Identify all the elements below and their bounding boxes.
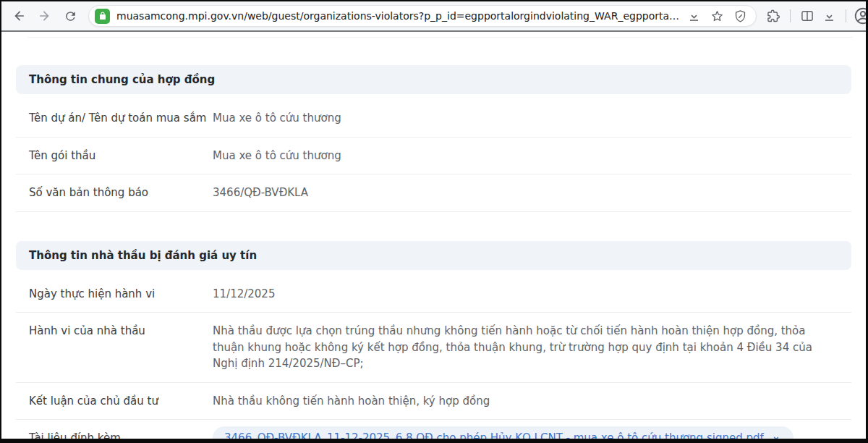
toolbar-separator (846, 9, 846, 22)
table-row: Số văn bản thông báo 3466/QĐ-BVĐKLA (16, 174, 851, 212)
row-label: Tên gói thầu (29, 148, 213, 164)
row-value: 3466/QĐ-BVĐKLA (213, 185, 308, 201)
bookmark-star-icon[interactable] (707, 6, 727, 26)
page-content: Thông tin chung của hợp đồng Tên dự án/ … (1, 32, 866, 437)
url-bar[interactable]: muasamcong.mpi.gov.vn/web/guest/organiza… (88, 5, 757, 27)
table-row: Tài liệu đính kèm 3466_QĐ-BVĐKLA_11-12-2… (16, 420, 851, 443)
profile-icon[interactable] (854, 7, 866, 25)
side-panel-icon[interactable] (796, 5, 818, 27)
table-row: Kết luận của chủ đầu tư Nhà thầu không t… (16, 383, 851, 421)
section-header-contractor-evaluation: Thông tin nhà thầu bị đánh giá uy tín (16, 241, 851, 270)
attachment-filename[interactable]: 3466_QĐ-BVĐKLA_11-12-2025_6.8 QĐ cho phé… (224, 430, 764, 443)
forward-icon[interactable] (33, 5, 55, 27)
toolbar-separator (790, 9, 791, 22)
browser-toolbar: muasamcong.mpi.gov.vn/web/guest/organiza… (1, 1, 866, 32)
section-header-contract-info: Thông tin chung của hợp đồng (16, 65, 851, 94)
downloads-icon[interactable] (818, 5, 840, 27)
table-row: Tên gói thầu Mua xe ô tô cứu thương (16, 138, 851, 175)
row-label: Số văn bản thông báo (29, 185, 213, 201)
row-label: Kết luận của chủ đầu tư (29, 393, 213, 410)
table-row: Tên dự án/ Tên dự toán mua sắm Mua xe ô … (16, 100, 851, 138)
site-security-lock-icon[interactable] (95, 9, 110, 24)
table-row: Ngày thực hiện hành vi 11/12/2025 (16, 276, 851, 313)
attachment-link[interactable]: 3466_QĐ-BVĐKLA_11-12-2025_6.8 QĐ cho phé… (213, 426, 793, 443)
shield-icon[interactable] (730, 6, 750, 26)
row-value: 11/12/2025 (213, 286, 275, 303)
contract-info-rows: Tên dự án/ Tên dự toán mua sắm Mua xe ô … (16, 100, 851, 212)
row-label: Ngày thực hiện hành vi (29, 286, 213, 303)
table-row: Hành vi của nhà thầu Nhà thầu được lựa c… (16, 313, 851, 383)
url-text[interactable]: muasamcong.mpi.gov.vn/web/guest/organiza… (116, 10, 681, 22)
row-value: Mua xe ô tô cứu thương (213, 148, 341, 164)
row-value: Mua xe ô tô cứu thương (213, 110, 341, 127)
row-label: Tên dự án/ Tên dự toán mua sắm (29, 110, 213, 127)
reload-icon[interactable] (59, 5, 81, 27)
row-label: Hành vi của nhà thầu (29, 323, 213, 339)
attachment-download-icon[interactable] (770, 432, 782, 443)
back-icon[interactable] (9, 5, 30, 27)
download-icon[interactable] (684, 6, 704, 26)
row-value: Nhà thầu không tiến hành hoàn thiện, ký … (213, 393, 490, 410)
contractor-evaluation-rows: Ngày thực hiện hành vi 11/12/2025 Hành v… (16, 276, 851, 443)
row-value: Nhà thầu được lựa chọn trúng thầu nhưng … (213, 323, 833, 372)
top-divider (27, 37, 853, 38)
row-label: Tài liệu đính kèm (29, 430, 213, 443)
extensions-icon[interactable] (762, 5, 784, 27)
row-value: 3466_QĐ-BVĐKLA_11-12-2025_6.8 QĐ cho phé… (213, 430, 793, 443)
